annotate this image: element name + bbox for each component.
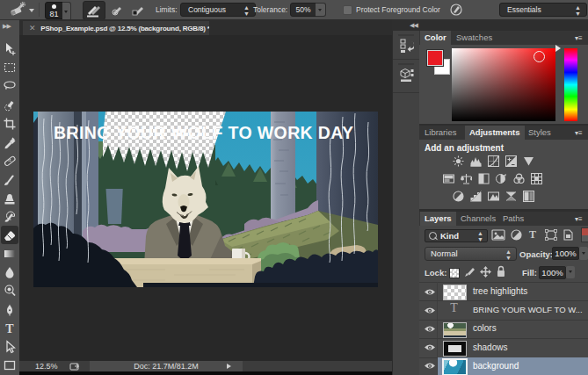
svg-text:T: T xyxy=(5,322,14,335)
svg-text:BRING YOUR WOLF TO WORK DAY: BRING YOUR WOLF TO WORK DAY xyxy=(54,123,353,142)
